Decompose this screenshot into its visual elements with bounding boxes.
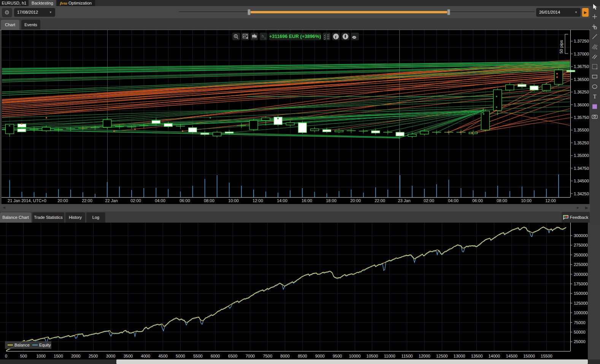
svg-text:7000: 7000 <box>246 354 255 358</box>
svg-text:8000: 8000 <box>280 354 289 358</box>
svg-text:25000: 25000 <box>574 339 586 344</box>
svg-text:08:00: 08:00 <box>497 198 507 203</box>
svg-text:08:00: 08:00 <box>204 198 214 203</box>
svg-text:15000: 15000 <box>523 354 535 358</box>
svg-text:2500: 2500 <box>89 354 98 358</box>
svg-text:1.35000: 1.35000 <box>574 153 589 158</box>
svg-text:16:00: 16:00 <box>302 198 312 203</box>
svg-text:1.37250: 1.37250 <box>574 39 589 43</box>
svg-text:21 Jan 2014, UTC+0: 21 Jan 2014, UTC+0 <box>8 198 46 203</box>
svg-text:10:00: 10:00 <box>521 198 532 203</box>
svg-text:2000: 2000 <box>71 354 80 358</box>
svg-text:02:00: 02:00 <box>130 198 141 203</box>
svg-text:13500: 13500 <box>471 354 483 358</box>
svg-text:7500: 7500 <box>263 354 272 358</box>
svg-text:1.35500: 1.35500 <box>574 128 589 132</box>
svg-text:8500: 8500 <box>298 354 307 358</box>
svg-text:3500: 3500 <box>124 354 133 358</box>
svg-text:02:00: 02:00 <box>424 198 434 203</box>
svg-text:12000: 12000 <box>419 354 430 358</box>
svg-text:1.37000: 1.37000 <box>574 52 589 56</box>
svg-text:15500: 15500 <box>541 354 552 358</box>
svg-text:1000: 1000 <box>36 354 45 358</box>
svg-text:1.34750: 1.34750 <box>574 166 589 171</box>
svg-text:F: F <box>596 68 598 70</box>
svg-text:12500: 12500 <box>436 354 448 358</box>
svg-text:4500: 4500 <box>158 354 167 358</box>
svg-text:10:00: 10:00 <box>228 198 239 203</box>
svg-text:E: E <box>596 47 597 50</box>
svg-text:200000: 200000 <box>574 272 588 277</box>
svg-text:Balance: Balance <box>14 343 30 347</box>
svg-text:1.34250: 1.34250 <box>574 191 589 196</box>
svg-text:1.35250: 1.35250 <box>574 141 589 145</box>
svg-text:1.34500: 1.34500 <box>574 179 589 183</box>
svg-text:06:00: 06:00 <box>472 198 483 203</box>
svg-text:6000: 6000 <box>211 354 220 358</box>
svg-text:1500: 1500 <box>54 354 63 358</box>
svg-text:Equity: Equity <box>39 343 51 347</box>
svg-text:175000: 175000 <box>574 282 588 286</box>
svg-text:20:00: 20:00 <box>350 198 361 203</box>
svg-text:22:00: 22:00 <box>375 198 385 203</box>
svg-text:5500: 5500 <box>193 354 202 358</box>
svg-text:14500: 14500 <box>506 354 517 358</box>
svg-text:50 pips: 50 pips <box>559 40 563 54</box>
svg-text:4000: 4000 <box>141 354 150 358</box>
svg-text:100000: 100000 <box>574 310 588 315</box>
svg-text:9000: 9000 <box>315 354 324 358</box>
svg-text:23 Jan: 23 Jan <box>398 198 410 203</box>
svg-text:1.35750: 1.35750 <box>574 115 589 120</box>
svg-text:22:00: 22:00 <box>82 198 92 203</box>
svg-text:225000: 225000 <box>574 262 588 267</box>
svg-text:250000: 250000 <box>574 253 588 257</box>
svg-text:300000: 300000 <box>574 233 588 238</box>
svg-text:22 Jan: 22 Jan <box>105 198 117 203</box>
svg-text:1.36000: 1.36000 <box>574 103 589 107</box>
svg-text:10500: 10500 <box>367 354 378 358</box>
svg-text:1.36500: 1.36500 <box>574 77 589 82</box>
svg-text:150000: 150000 <box>574 291 588 296</box>
svg-text:11500: 11500 <box>402 354 413 358</box>
svg-text:14000: 14000 <box>489 354 500 358</box>
svg-text:+311696 EUR (+3896%): +311696 EUR (+3896%) <box>269 34 321 39</box>
svg-text:5000: 5000 <box>176 354 185 358</box>
svg-text:275000: 275000 <box>574 243 588 247</box>
svg-text:500: 500 <box>20 354 27 358</box>
svg-text:12:00: 12:00 <box>252 198 263 203</box>
svg-text:0: 0 <box>5 354 7 358</box>
svg-text:04:00: 04:00 <box>155 198 165 203</box>
svg-text:06:00: 06:00 <box>179 198 190 203</box>
svg-text:11000: 11000 <box>384 354 395 358</box>
svg-text:20:00: 20:00 <box>57 198 68 203</box>
svg-text:9500: 9500 <box>333 354 342 358</box>
svg-text:6500: 6500 <box>228 354 237 358</box>
svg-text:f: f <box>335 35 337 39</box>
svg-text:1.36250: 1.36250 <box>574 90 589 94</box>
svg-text:T: T <box>593 94 597 100</box>
svg-text:12:00: 12:00 <box>545 198 556 203</box>
svg-text:10000: 10000 <box>349 354 361 358</box>
svg-text:04:00: 04:00 <box>448 198 459 203</box>
svg-text:3000: 3000 <box>106 354 115 358</box>
svg-text:h: h <box>262 34 264 38</box>
svg-text:18:00: 18:00 <box>326 198 337 203</box>
svg-text:14:00: 14:00 <box>277 198 287 203</box>
svg-text:50000: 50000 <box>574 330 586 334</box>
svg-text:1.36750: 1.36750 <box>574 64 589 69</box>
svg-text:75000: 75000 <box>574 320 586 325</box>
svg-text:125000: 125000 <box>574 301 588 305</box>
svg-text:13000: 13000 <box>454 354 465 358</box>
svg-text:1: 1 <box>264 36 266 40</box>
